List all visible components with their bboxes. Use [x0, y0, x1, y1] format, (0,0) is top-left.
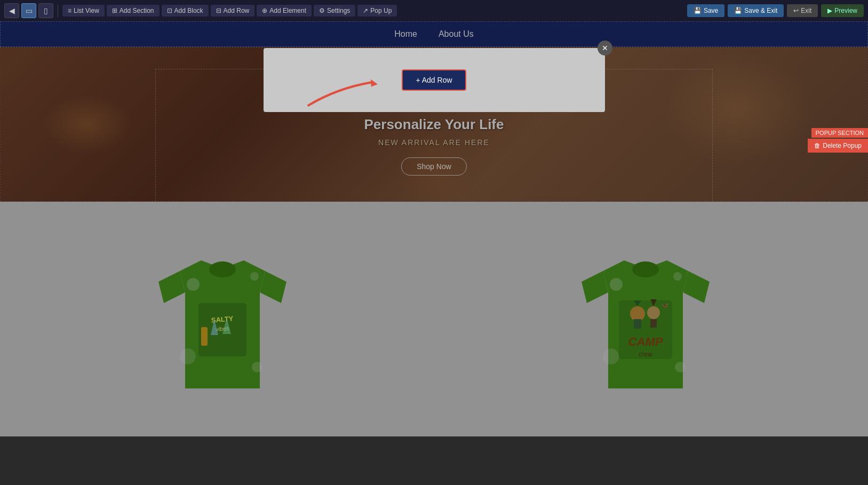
save-exit-icon: 💾	[734, 7, 742, 14]
list-view-label: List View	[74, 7, 99, 14]
nav-home-link[interactable]: Home	[394, 29, 417, 39]
product-svg-1: SALTY vibes	[148, 239, 297, 399]
back-icon: ◀	[9, 6, 15, 15]
svg-point-15	[632, 261, 659, 277]
add-row-toolbar-button[interactable]: ⊟ Add Row	[211, 5, 255, 17]
hero-subtitle: NEW ARRIVAL ARE HERE	[378, 138, 490, 147]
save-icon: 💾	[694, 7, 702, 14]
delete-popup-button[interactable]: 🗑 Delete Popup	[808, 139, 868, 153]
svg-rect-30	[650, 319, 657, 328]
preview-button[interactable]: ▶ Preview	[821, 4, 864, 17]
svg-text:CAMP: CAMP	[628, 335, 663, 348]
svg-text:🦋: 🦋	[662, 302, 668, 309]
arrow-annotation	[290, 53, 408, 123]
desktop-icon: ▭	[26, 6, 33, 15]
toolbar-left: ◀ ▭ ▯ ≡ List View ⊞ Add Section ⊡ Add Bl…	[4, 3, 685, 18]
modal-close-button[interactable]: ✕	[598, 41, 612, 55]
nav-about-link[interactable]: About Us	[439, 29, 474, 39]
add-row-modal-button[interactable]: + Add Row	[402, 69, 466, 91]
save-exit-button[interactable]: 💾 Save & Exit	[728, 4, 784, 17]
svg-point-18	[610, 278, 623, 291]
popup-section-label: POPUP SECTION	[811, 128, 868, 138]
popup-label: Pop Up	[370, 7, 392, 14]
svg-point-1	[209, 261, 236, 277]
svg-rect-11	[201, 327, 208, 346]
back-button[interactable]: ◀	[4, 3, 19, 18]
exit-button[interactable]: ↩ Exit	[787, 4, 818, 17]
svg-point-4	[187, 278, 200, 291]
add-row-icon: ⊟	[216, 7, 221, 14]
delete-popup-label: Delete Popup	[823, 142, 862, 149]
product-svg-2: CAMP crew 🦋	[571, 239, 720, 399]
products-section: SALTY vibes	[0, 202, 868, 436]
popup-icon: ↗	[363, 7, 368, 14]
preview-icon: ▶	[827, 7, 832, 14]
product-card-1: SALTY vibes	[11, 218, 434, 420]
add-element-button[interactable]: ⊕ Add Element	[257, 5, 312, 17]
toolbar: ◀ ▭ ▯ ≡ List View ⊞ Add Section ⊡ Add Bl…	[0, 0, 868, 21]
add-row-modal: ✕ + Add Row	[264, 48, 605, 112]
add-element-icon: ⊕	[262, 7, 267, 14]
svg-point-21	[675, 362, 686, 372]
preview-label: Preview	[834, 7, 857, 14]
add-row-label: Add Row	[224, 7, 250, 14]
save-button[interactable]: 💾 Save	[687, 4, 724, 17]
save-label: Save	[704, 7, 718, 14]
add-block-label: Add Block	[174, 7, 203, 14]
add-section-label: Add Section	[120, 7, 154, 14]
desktop-view-button[interactable]: ▭	[21, 3, 36, 18]
save-exit-label: Save & Exit	[744, 7, 777, 14]
product-image-2: CAMP crew 🦋	[560, 228, 731, 410]
site-navigation: Home About Us	[0, 21, 868, 47]
add-element-label: Add Element	[269, 7, 306, 14]
settings-button[interactable]: ⚙ Settings	[314, 5, 355, 17]
add-block-button[interactable]: ⊡ Add Block	[162, 5, 209, 17]
mobile-icon: ▯	[44, 6, 48, 15]
svg-point-28	[647, 306, 660, 319]
page-content: Home About Us Personalize Your Life NEW …	[0, 21, 868, 436]
popup-button[interactable]: ↗ Pop Up	[357, 5, 397, 17]
svg-point-7	[252, 362, 262, 372]
svg-point-25	[630, 306, 645, 321]
add-section-icon: ⊞	[112, 7, 117, 14]
svg-rect-27	[634, 319, 641, 329]
mobile-view-button[interactable]: ▯	[38, 3, 53, 18]
svg-point-6	[180, 348, 196, 364]
list-view-icon: ≡	[68, 7, 71, 14]
settings-icon: ⚙	[319, 7, 325, 14]
list-view-button[interactable]: ≡ List View	[62, 5, 105, 17]
exit-label: Exit	[801, 7, 811, 14]
svg-point-19	[673, 272, 682, 281]
exit-icon: ↩	[793, 7, 799, 14]
add-section-button[interactable]: ⊞ Add Section	[107, 5, 160, 17]
svg-point-5	[250, 272, 259, 281]
add-block-icon: ⊡	[167, 7, 172, 14]
product-image-1: SALTY vibes	[137, 228, 308, 410]
svg-point-20	[603, 348, 619, 364]
toolbar-right: 💾 Save 💾 Save & Exit ↩ Exit ▶ Preview	[687, 4, 864, 17]
settings-label: Settings	[327, 7, 350, 14]
trash-icon: 🗑	[814, 142, 821, 149]
divider	[58, 4, 58, 17]
product-card-2: CAMP crew 🦋	[434, 218, 858, 420]
shop-now-button[interactable]: Shop Now	[401, 157, 467, 176]
svg-text:crew: crew	[639, 351, 653, 358]
